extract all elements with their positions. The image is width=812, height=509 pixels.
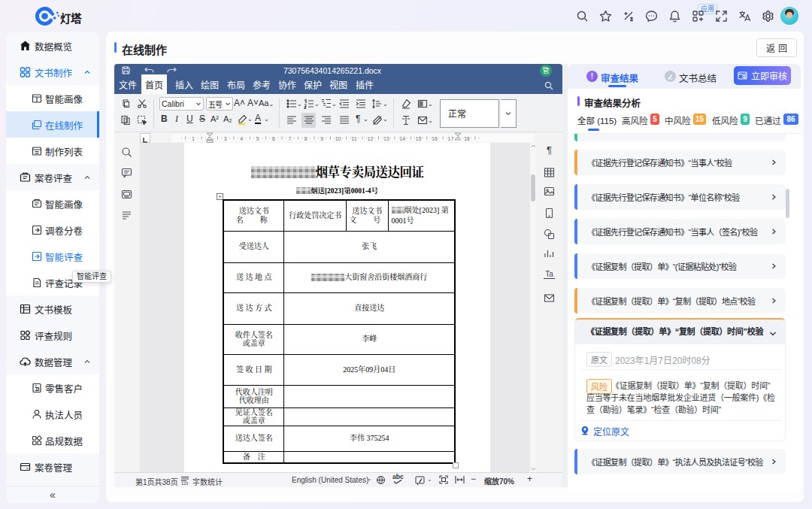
svg-text:8: 8 — [304, 136, 308, 141]
svg-text:17: 17 — [448, 136, 454, 141]
svg-text:6: 6 — [272, 136, 275, 141]
svg-text:12: 12 — [368, 136, 374, 141]
svg-text:14: 14 — [399, 136, 405, 141]
svg-text:1: 1 — [192, 136, 195, 141]
svg-text:10: 10 — [335, 136, 341, 141]
svg-text:15: 15 — [416, 136, 422, 141]
svg-text:11: 11 — [351, 136, 356, 141]
svg-text:9: 9 — [320, 136, 323, 141]
svg-text:18: 18 — [464, 136, 470, 141]
svg-text:3: 3 — [224, 136, 227, 141]
svg-text:16: 16 — [432, 136, 438, 141]
svg-text:13: 13 — [383, 136, 389, 141]
svg-text:123: 123 — [181, 481, 188, 486]
svg-text:7: 7 — [288, 136, 291, 141]
svg-text:5: 5 — [256, 136, 259, 141]
svg-text:4: 4 — [240, 136, 243, 141]
